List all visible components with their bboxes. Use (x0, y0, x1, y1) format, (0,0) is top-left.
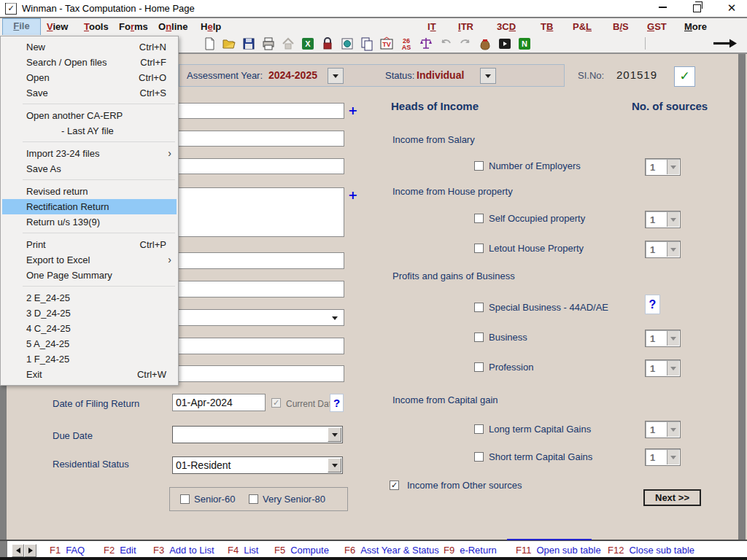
open-file-icon[interactable] (222, 36, 236, 51)
menu-item[interactable] (23, 283, 175, 287)
menu-online[interactable]: Online (156, 20, 190, 34)
document-view-icon[interactable] (340, 36, 355, 51)
close-button[interactable]: ✕ (721, 1, 743, 15)
add-button-2[interactable]: + (348, 188, 357, 202)
menu-item[interactable]: Print Ctrl+P (1, 237, 178, 252)
fkey-f5[interactable]: F5Compute (274, 545, 329, 558)
menu-bs[interactable]: B/S (613, 20, 629, 34)
fkey-f6[interactable]: F6Asst Year & Status (344, 545, 439, 558)
fkey-f11[interactable]: F11Open sub table (516, 545, 601, 558)
excel-export-icon[interactable]: X (301, 36, 315, 51)
menu-item[interactable]: 4 C_24-25 (1, 321, 178, 336)
menu-item[interactable]: Open Ctrl+O (1, 70, 178, 85)
menu-tb[interactable]: TB (541, 20, 553, 34)
residential-status-combo[interactable]: 01-Resident (172, 456, 343, 474)
date-help-icon[interactable]: ? (330, 394, 344, 412)
fkey-f4[interactable]: F4List (228, 545, 258, 558)
menu-view[interactable]: View (44, 20, 70, 34)
business-checkbox[interactable] (474, 332, 484, 342)
netbanking-icon[interactable]: N (517, 36, 532, 51)
form-field-7[interactable] (178, 365, 344, 382)
home-icon[interactable] (281, 36, 295, 51)
very-senior-80-checkbox[interactable] (249, 494, 258, 504)
menu-item[interactable]: New Ctrl+N (1, 39, 178, 55)
profession-checkbox[interactable] (474, 362, 484, 372)
fkey-f2[interactable]: F2Edit (104, 545, 136, 558)
save-icon[interactable] (241, 36, 256, 51)
redo-icon[interactable] (458, 36, 473, 51)
ltcg-checkbox[interactable] (474, 424, 484, 434)
bag-icon[interactable] (478, 36, 492, 51)
form-field-5[interactable] (178, 281, 344, 298)
menu-item[interactable]: 1 F_24-25 (1, 351, 178, 367)
letout-checkbox[interactable] (474, 244, 484, 253)
menu-item[interactable]: Save Ctrl+S (1, 85, 178, 101)
special-business-checkbox[interactable] (474, 303, 484, 312)
special-business-help-icon[interactable]: ? (645, 295, 660, 314)
add-button-1[interactable]: + (348, 104, 357, 117)
form-field-1[interactable] (178, 103, 344, 119)
form-dropdown[interactable] (178, 309, 344, 326)
menu-item[interactable]: 3 D_24-25 (1, 306, 178, 321)
menu-item[interactable]: - Last AY file (1, 123, 178, 139)
menu-item[interactable]: Revised return (1, 184, 178, 199)
assessment-year-dropdown[interactable] (328, 68, 344, 84)
fkey-f3[interactable]: F3Add to List (153, 545, 214, 558)
new-file-icon[interactable] (202, 36, 217, 51)
next-button[interactable]: Next >> (643, 489, 701, 506)
senior-60-checkbox[interactable] (180, 494, 190, 504)
menu-itr[interactable]: ITR (458, 20, 473, 34)
nav-right-button[interactable] (24, 544, 36, 557)
employers-checkbox[interactable] (474, 161, 484, 171)
form-field-6[interactable] (178, 338, 344, 354)
menu-item[interactable] (23, 139, 175, 142)
menu-item[interactable]: Save As (1, 161, 178, 176)
menu-item[interactable] (23, 101, 175, 104)
employers-count-dropdown[interactable]: 1 (645, 158, 681, 176)
fkey-f12[interactable]: F12Close sub table (608, 545, 694, 558)
menu-item[interactable]: 2 E_24-25 (1, 290, 178, 306)
other-sources-checkbox[interactable]: ✓ (390, 481, 399, 490)
self-occupied-checkbox[interactable] (474, 214, 484, 223)
residential-dropdown-button[interactable] (328, 458, 341, 472)
form-26as-icon[interactable]: 26AS (399, 36, 414, 51)
menu-item[interactable]: Search / Open files Ctrl+F (1, 55, 178, 70)
menu-3cd[interactable]: 3CD (497, 20, 516, 34)
form-field-4[interactable] (178, 252, 344, 269)
menu-item[interactable]: Rectification Return (2, 199, 177, 214)
menu-item[interactable]: Import 23-24 files › (1, 146, 178, 161)
status-dropdown[interactable] (480, 68, 496, 84)
nav-left-button[interactable] (12, 544, 24, 557)
restore-button[interactable] (686, 1, 708, 15)
lock-icon[interactable] (320, 36, 335, 51)
menu-help[interactable]: Help (198, 20, 223, 34)
date-of-filing-input[interactable] (172, 394, 266, 411)
menu-tools[interactable]: Tools (82, 20, 111, 34)
forward-arrow-icon[interactable] (712, 38, 738, 51)
menu-forms[interactable]: Forms (117, 20, 150, 34)
form-textarea[interactable] (178, 187, 344, 237)
minimize-button[interactable] (651, 1, 673, 15)
current-date-checkbox[interactable]: ✓ (271, 398, 281, 408)
print-icon[interactable] (261, 36, 276, 51)
menu-item[interactable] (23, 230, 175, 233)
menu-item[interactable]: One Page Summary (1, 268, 178, 283)
menu-item[interactable]: Export to Excel › (1, 252, 178, 268)
letout-count-dropdown[interactable]: 1 (645, 241, 681, 258)
confirm-check-button[interactable]: ✓ (674, 66, 695, 87)
fkey-f9[interactable]: F9e-Return (444, 545, 497, 558)
fkey-f1[interactable]: F1FAQ (50, 545, 85, 558)
copy-icon[interactable] (360, 36, 374, 51)
due-date-dropdown-button[interactable] (328, 427, 341, 442)
menu-item[interactable]: 5 A_24-25 (1, 336, 178, 351)
menu-it[interactable]: IT (427, 20, 436, 34)
profession-count-dropdown[interactable]: 1 (645, 359, 681, 377)
menu-file[interactable]: File (2, 18, 41, 36)
menu-item[interactable] (23, 176, 175, 180)
due-date-combo[interactable] (172, 426, 343, 443)
menu-item[interactable]: Return u/s 139(9) (1, 214, 178, 230)
video-icon[interactable] (498, 36, 512, 51)
menu-gst[interactable]: GST (647, 20, 667, 34)
menu-item[interactable]: Open another CA-ERP (1, 108, 178, 123)
form-field-2[interactable] (178, 131, 344, 147)
